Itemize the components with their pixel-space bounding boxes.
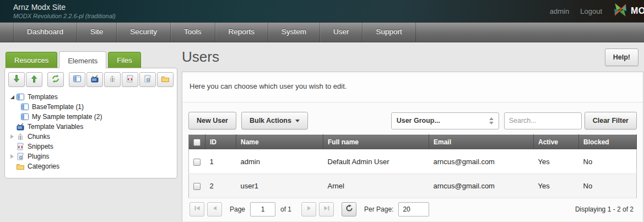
tree-node-basetemplate[interactable]: BaseTemplate (1) — [8, 102, 174, 112]
column-header-email[interactable]: Email — [429, 135, 534, 150]
bulk-actions-label: Bulk Actions — [250, 117, 291, 124]
cell-name: user1 — [236, 174, 323, 198]
new-chunk-button[interactable] — [104, 72, 121, 87]
spinner-icon[interactable] — [489, 117, 494, 124]
column-header-name[interactable]: Name — [236, 135, 323, 150]
page-number-input[interactable] — [250, 202, 275, 216]
first-page-icon — [194, 205, 201, 213]
cell-blocked: No — [579, 149, 637, 174]
tab-resources[interactable]: Resources — [6, 52, 57, 68]
table-row[interactable]: 2 user1 Arnel arncus@gmail.com Yes No — [189, 174, 637, 198]
tv-icon — [16, 122, 25, 131]
column-header-blocked[interactable]: Blocked — [579, 135, 637, 150]
help-button[interactable]: Help! — [605, 48, 638, 66]
new-tv-button[interactable] — [86, 72, 103, 87]
site-version: MODX Revolution 2.2.6-pl (traditional) — [13, 12, 116, 20]
tree-node-templates[interactable]: Templates — [8, 92, 174, 102]
select-all-checkbox[interactable] — [193, 139, 201, 146]
refresh-tree-button[interactable] — [47, 72, 64, 87]
arrow-down-icon — [12, 74, 21, 85]
tree-node-chunks[interactable]: Chunks — [8, 132, 174, 142]
table-header-row: ID Name Full name Email Active Blocked — [189, 135, 637, 150]
chunk-icon — [108, 74, 117, 85]
per-page-input[interactable] — [398, 202, 429, 216]
tree-node-template-variables[interactable]: Template Variables — [8, 122, 174, 132]
cell-email: arncus@gmail.com — [429, 174, 534, 198]
first-page-button[interactable] — [190, 202, 204, 216]
table-row[interactable]: 1 admin Default Admin User arncus@gmail.… — [189, 149, 637, 174]
clear-filter-button[interactable]: Clear Filter — [585, 112, 637, 129]
bulk-actions-button[interactable]: Bulk Actions — [241, 112, 308, 129]
tree-node-label: Plugins — [28, 153, 49, 160]
tree-toolbar — [8, 72, 174, 87]
nav-item-site[interactable]: Site — [77, 23, 117, 42]
collapse-tree-button[interactable] — [26, 72, 42, 87]
tree-node-label: Chunks — [28, 133, 50, 140]
column-header-id[interactable]: ID — [205, 135, 236, 150]
user-menu-link[interactable]: admin — [550, 7, 569, 15]
top-right-links: admin Logout MODX — [550, 3, 644, 19]
nav-item-user[interactable]: User — [320, 23, 363, 42]
modx-logo-text: MODX — [631, 6, 644, 16]
elements-tree: Templates BaseTemplate (1) My Sample tem… — [8, 92, 174, 171]
logout-link[interactable]: Logout — [580, 7, 602, 15]
snippet-icon — [16, 142, 25, 151]
row-checkbox[interactable] — [193, 159, 201, 166]
plugin-icon — [143, 74, 152, 85]
nav-item-tools[interactable]: Tools — [171, 23, 215, 42]
page-title: Users — [182, 48, 219, 66]
chunk-icon — [16, 132, 25, 141]
intro-text: Here you can choose which user you wish … — [182, 72, 643, 102]
tab-files[interactable]: Files — [108, 52, 140, 68]
column-header-fullname[interactable]: Full name — [323, 135, 429, 150]
elements-tree-panel: Templates BaseTemplate (1) My Sample tem… — [4, 68, 177, 178]
caret-down-icon — [295, 120, 300, 122]
cell-email: arncus@gmail.com — [429, 149, 534, 174]
last-page-button[interactable] — [319, 202, 334, 216]
collapsed-arrow-icon[interactable] — [8, 134, 16, 139]
collapsed-arrow-icon[interactable] — [8, 154, 16, 159]
main-header: Users Help! — [182, 42, 643, 72]
refresh-icon — [345, 204, 353, 214]
row-checkbox[interactable] — [193, 183, 201, 190]
modx-logo: MODX — [613, 3, 644, 19]
users-panel: Here you can choose which user you wish … — [182, 72, 643, 221]
expanded-arrow-icon[interactable] — [8, 95, 16, 99]
tree-node-snippets[interactable]: Snippets — [8, 142, 174, 151]
tab-elements[interactable]: Elements — [59, 51, 106, 68]
user-group-select[interactable]: User Group... — [391, 112, 499, 129]
nav-item-reports[interactable]: Reports — [215, 23, 268, 42]
tree-node-label: Templates — [28, 93, 58, 101]
tree-node-label: BaseTemplate (1) — [32, 103, 84, 111]
prev-page-button[interactable] — [207, 202, 222, 216]
nav-item-system[interactable]: System — [268, 23, 320, 42]
tree-node-plugins[interactable]: Plugins — [8, 151, 174, 161]
modx-manager-app: Arnz Modx Site MODX Revolution 2.2.6-pl … — [0, 0, 644, 221]
expand-tree-button[interactable] — [8, 72, 25, 87]
tree-node-categories[interactable]: Categories — [8, 161, 174, 171]
folder-icon — [161, 74, 170, 85]
top-header: Arnz Modx Site MODX Revolution 2.2.6-pl … — [0, 0, 644, 22]
next-page-button[interactable] — [301, 202, 316, 216]
nav-item-security[interactable]: Security — [117, 23, 171, 42]
modx-logo-icon — [613, 3, 627, 19]
per-page-label: Per Page: — [364, 205, 393, 213]
cell-active: Yes — [534, 149, 579, 174]
arrow-up-icon — [30, 74, 39, 85]
new-template-button[interactable] — [69, 72, 85, 87]
tree-node-label: My Sample template (2) — [32, 113, 102, 121]
nav-item-dashboard[interactable]: Dashboard — [13, 23, 77, 42]
refresh-grid-button[interactable] — [342, 202, 356, 216]
nav-item-support[interactable]: Support — [362, 23, 415, 42]
new-plugin-button[interactable] — [139, 72, 156, 87]
new-user-button[interactable]: New User — [188, 112, 236, 129]
new-snippet-button[interactable] — [122, 72, 138, 87]
tree-node-my-sample-template[interactable]: My Sample template (2) — [8, 112, 174, 122]
column-header-active[interactable]: Active — [534, 135, 579, 150]
cell-active: Yes — [534, 174, 579, 198]
refresh-icon — [51, 74, 60, 85]
site-title: Arnz Modx Site — [13, 2, 116, 12]
new-category-button[interactable] — [157, 72, 174, 87]
snippet-icon — [126, 74, 134, 85]
search-input[interactable] — [504, 112, 582, 129]
